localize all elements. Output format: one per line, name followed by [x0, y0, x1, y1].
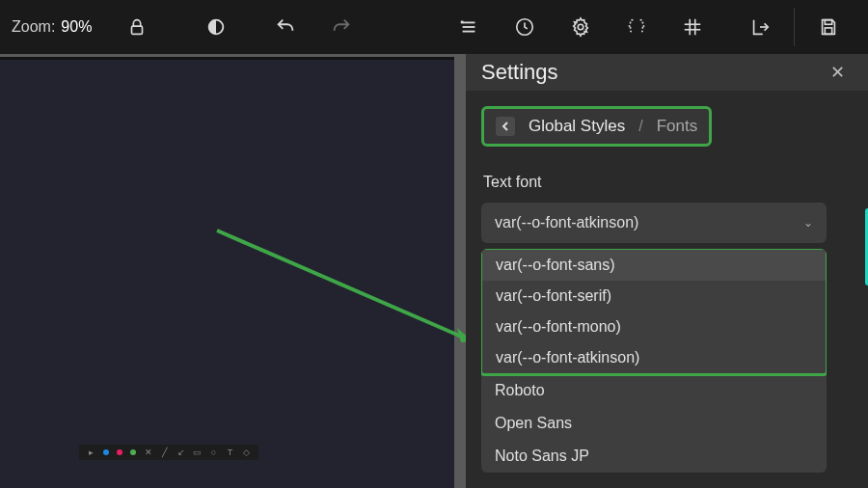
history-icon[interactable] — [502, 5, 547, 49]
grid-icon[interactable] — [670, 5, 715, 49]
text-font-dropdown: var(--o-font-sans) var(--o-font-serif) v… — [481, 249, 827, 473]
svg-point-6 — [578, 24, 583, 30]
font-option[interactable]: var(--o-font-atkinson) — [482, 342, 826, 373]
redo-icon[interactable] — [319, 5, 364, 49]
svg-rect-0 — [132, 26, 143, 34]
breadcrumb-separator: / — [638, 118, 642, 135]
canvas[interactable] — [0, 60, 454, 488]
breadcrumb-parent[interactable]: Global Styles — [529, 117, 625, 136]
settings-title: Settings — [481, 60, 558, 85]
font-option[interactable]: Open Sans — [481, 407, 827, 440]
close-icon[interactable]: ✕ — [830, 62, 845, 83]
export-icon[interactable] — [738, 5, 782, 49]
text-font-selected-value: var(--o-font-atkinson) — [495, 214, 638, 231]
canvas-scrollbar[interactable] — [454, 57, 460, 488]
toolbar-divider — [794, 8, 795, 46]
svg-rect-4 — [461, 21, 464, 24]
zoom-indicator[interactable]: Zoom: 90% — [12, 18, 92, 36]
annotation-toolbar[interactable]: ▸ ✕ ╱ ↙ ▭ ○ T ◇ — [79, 445, 258, 460]
annot-shuffle-icon[interactable]: ✕ — [144, 448, 152, 457]
save-icon[interactable] — [806, 5, 851, 49]
annot-line-icon[interactable]: ╱ — [160, 448, 169, 457]
annot-arrow-icon[interactable]: ↙ — [176, 448, 185, 457]
breadcrumb: Global Styles / Fonts — [481, 106, 712, 147]
annot-pointer-icon[interactable]: ▸ — [87, 448, 95, 457]
canvas-area[interactable]: ▸ ✕ ╱ ↙ ▭ ○ T ◇ — [0, 54, 466, 488]
font-option[interactable]: Roboto — [481, 374, 827, 407]
font-option[interactable]: var(--o-font-sans) — [482, 250, 826, 281]
annot-color-blue[interactable] — [103, 449, 109, 455]
highlighted-font-group: var(--o-font-sans) var(--o-font-serif) v… — [481, 249, 827, 376]
breadcrumb-current: Fonts — [657, 117, 698, 136]
settings-gear-icon[interactable] — [558, 5, 603, 49]
font-option[interactable]: var(--o-font-serif) — [482, 281, 826, 312]
svg-rect-11 — [825, 20, 831, 25]
svg-rect-12 — [825, 28, 831, 34]
undo-icon[interactable] — [263, 5, 308, 49]
top-toolbar: Zoom: 90% — [0, 0, 868, 54]
settings-header: Settings ✕ — [466, 54, 868, 91]
font-option[interactable]: Noto Sans JP — [481, 440, 827, 473]
text-font-select[interactable]: var(--o-font-atkinson) ⌄ — [481, 203, 827, 243]
zoom-value: 90% — [61, 18, 92, 36]
annot-ellipse-icon[interactable]: ○ — [209, 448, 218, 457]
list-icon[interactable] — [447, 5, 491, 49]
annot-eraser-icon[interactable]: ◇ — [242, 448, 251, 457]
annot-color-pink[interactable] — [117, 449, 122, 455]
theme-toggle-icon[interactable] — [194, 5, 238, 49]
annot-color-green[interactable] — [130, 449, 136, 455]
settings-panel: Settings ✕ Global Styles / Fonts Text fo… — [466, 54, 868, 488]
text-font-label: Text font — [483, 174, 853, 191]
lock-icon[interactable] — [115, 5, 159, 49]
code-braces-icon[interactable] — [614, 5, 659, 49]
breadcrumb-back-icon[interactable] — [496, 117, 515, 136]
annot-rect-icon[interactable]: ▭ — [193, 448, 202, 457]
chevron-down-icon: ⌄ — [803, 216, 813, 230]
font-option[interactable]: var(--o-font-mono) — [482, 312, 826, 342]
zoom-label: Zoom: — [12, 18, 55, 36]
annot-text-icon[interactable]: T — [226, 448, 234, 457]
